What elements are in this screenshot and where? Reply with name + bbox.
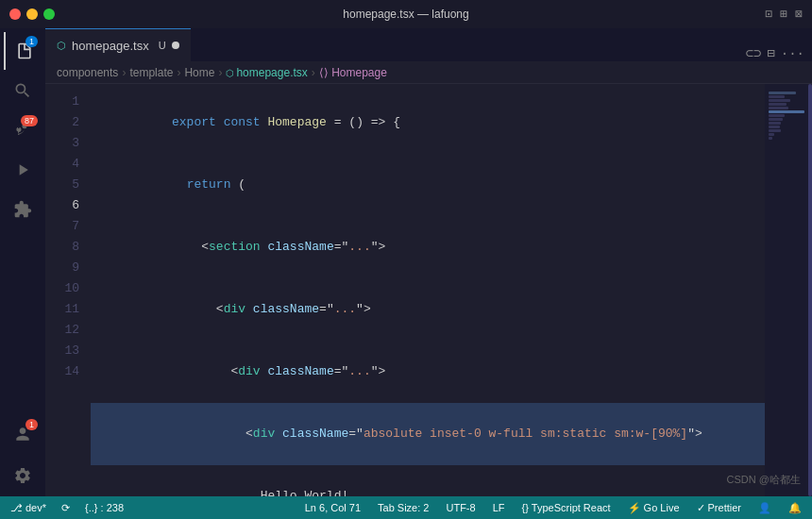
activity-item-search[interactable] xyxy=(4,72,42,109)
tab-bar-actions: ⊂⊃ ⊟ ··· xyxy=(745,45,812,61)
extensions-icon xyxy=(13,200,32,219)
status-encoding[interactable]: UTF-8 xyxy=(443,502,478,513)
status-bar: ⎇ dev* ⟳ {..} : 238 Ln 6, Col 71 Tab Siz… xyxy=(0,496,812,519)
status-left: ⎇ dev* ⟳ {..} : 238 xyxy=(8,502,127,514)
line-num-7: 7 xyxy=(45,216,79,237)
tab-unsaved-indicator: U xyxy=(159,40,166,51)
activity-item-source-control[interactable]: 87 xyxy=(4,111,42,149)
bell-icon: 🔔 xyxy=(788,502,802,514)
golive-icon: ⚡ xyxy=(628,502,641,514)
line-num-3: 3 xyxy=(45,133,79,154)
code-line-2: return ( xyxy=(91,154,765,216)
tab-action-compare[interactable]: ⊂⊃ xyxy=(745,45,761,61)
minimap-line xyxy=(769,118,783,121)
branch-name: dev* xyxy=(25,502,46,513)
status-language[interactable]: {} TypeScript React xyxy=(518,502,613,513)
line-num-14: 14 xyxy=(45,361,79,382)
breadcrumb-component[interactable]: ⟨⟩ Homepage xyxy=(319,66,387,79)
activity-item-run[interactable] xyxy=(4,151,42,189)
minimap xyxy=(765,84,812,496)
minimap-scrollbar-track xyxy=(808,84,812,496)
line-num-13: 13 xyxy=(45,341,79,361)
activity-item-account[interactable]: 1 xyxy=(4,415,42,453)
status-branch[interactable]: ⎇ dev* xyxy=(8,502,49,514)
minimap-line xyxy=(769,107,788,109)
breadcrumb-template[interactable]: template xyxy=(129,66,173,79)
breadcrumb-file[interactable]: ⬡homepage.tsx xyxy=(226,66,307,79)
line-num-1: 1 xyxy=(45,92,79,112)
status-user[interactable]: 👤 xyxy=(755,502,774,514)
language-value: TypeScript React xyxy=(532,502,611,513)
minimap-line xyxy=(769,126,780,128)
gear-icon xyxy=(13,466,32,485)
code-content[interactable]: export const Homepage = () => { return (… xyxy=(91,84,765,496)
line-num-12: 12 xyxy=(45,320,79,341)
branch-icon: ⎇ xyxy=(10,502,23,514)
golive-label: Go Live xyxy=(644,502,680,513)
status-tabsize[interactable]: Tab Size: 2 xyxy=(375,502,431,513)
status-eol[interactable]: LF xyxy=(490,502,508,513)
activity-item-settings[interactable] xyxy=(4,457,42,494)
account-badge: 1 xyxy=(25,419,38,430)
window-title: homepage.tsx — lafuong xyxy=(343,8,468,21)
minimize-button[interactable] xyxy=(26,8,38,20)
tsx-file-icon: ⬡ xyxy=(57,40,66,52)
minimap-line xyxy=(769,122,781,125)
files-badge: 1 xyxy=(25,36,38,47)
breadcrumb-home[interactable]: Home xyxy=(184,66,214,79)
title-bar: homepage.tsx — lafuong ⊡ ⊞ ⊠ xyxy=(0,0,812,28)
close-button[interactable] xyxy=(9,8,21,20)
tab-label: homepage.tsx xyxy=(72,39,149,53)
encoding-value: UTF-8 xyxy=(446,502,475,513)
minimap-line-hl xyxy=(769,110,804,113)
minimap-line xyxy=(769,92,796,94)
minimap-line xyxy=(769,137,772,140)
breadcrumb: components › template › Home › ⬡homepage… xyxy=(45,61,812,84)
maximize-button[interactable] xyxy=(43,8,55,20)
minimap-line xyxy=(769,133,774,136)
minimap-line xyxy=(769,99,790,102)
minimap-scrollbar-thumb[interactable] xyxy=(808,84,812,496)
search-icon xyxy=(13,81,32,100)
layout-icon-3[interactable]: ⊠ xyxy=(795,7,803,22)
layout-icon-1[interactable]: ⊡ xyxy=(766,7,773,22)
prettier-icon: ✓ xyxy=(697,502,705,514)
line-num-10: 10 xyxy=(45,278,79,299)
minimap-line xyxy=(769,95,785,98)
minimap-line xyxy=(769,129,781,132)
code-line-5: <div className="..."> xyxy=(91,341,765,403)
code-line-3: <section className="..."> xyxy=(91,216,765,278)
status-errors[interactable]: {..} : 238 xyxy=(82,502,127,513)
breadcrumb-components[interactable]: components xyxy=(57,66,118,79)
tab-modified-dot xyxy=(172,42,179,49)
language-icon: {} xyxy=(521,502,528,513)
code-line-7: Hello World! xyxy=(91,465,765,496)
status-right: Ln 6, Col 71 Tab Size: 2 UTF-8 LF {} Typ… xyxy=(302,502,804,514)
line-num-11: 11 xyxy=(45,299,79,320)
status-golive[interactable]: ⚡ Go Live xyxy=(625,502,683,514)
status-bell[interactable]: 🔔 xyxy=(786,502,804,514)
status-sync[interactable]: ⟳ xyxy=(59,502,73,514)
status-prettier[interactable]: ✓ Prettier xyxy=(694,502,744,514)
layout-icon-2[interactable]: ⊞ xyxy=(780,7,787,22)
activity-bar: 1 87 xyxy=(0,28,45,496)
title-bar-actions: ⊡ ⊞ ⊠ xyxy=(766,7,803,22)
line-num-2: 2 xyxy=(45,112,79,133)
minimap-content xyxy=(765,84,812,148)
status-position[interactable]: Ln 6, Col 71 xyxy=(302,502,364,513)
sync-icon: ⟳ xyxy=(61,502,70,514)
tab-bar: ⬡ homepage.tsx U ⊂⊃ ⊟ ··· xyxy=(45,28,812,61)
tab-action-more[interactable]: ··· xyxy=(781,46,804,61)
activity-item-extensions[interactable] xyxy=(4,191,42,228)
main-container: 1 87 xyxy=(0,28,812,496)
eol-value: LF xyxy=(493,502,505,513)
run-icon xyxy=(13,160,32,179)
tab-action-split[interactable]: ⊟ xyxy=(767,45,774,61)
watermark: CSDN @哈都生 xyxy=(727,473,801,487)
tab-homepage[interactable]: ⬡ homepage.tsx U xyxy=(45,28,191,61)
line-num-9: 9 xyxy=(45,258,79,278)
errors-value: {..} : 238 xyxy=(85,502,124,513)
activity-item-files[interactable]: 1 xyxy=(4,32,42,70)
user-icon: 👤 xyxy=(758,502,771,514)
line-num-4: 4 xyxy=(45,154,79,175)
